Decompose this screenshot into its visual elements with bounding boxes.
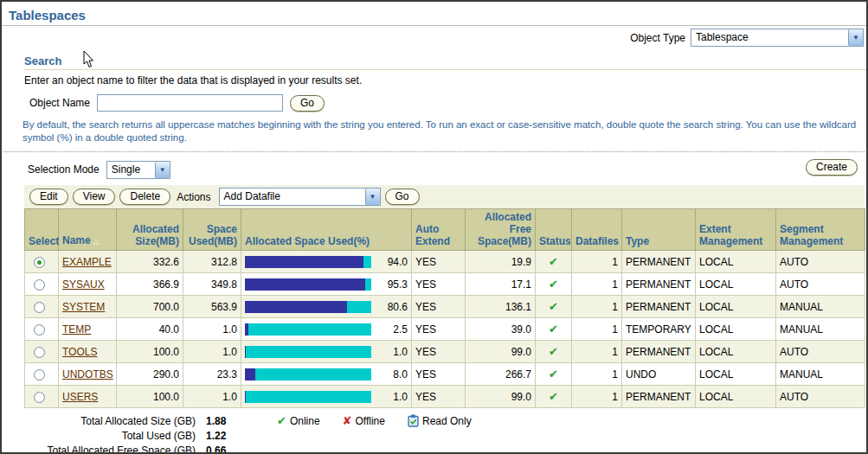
search-description: Enter an object name to filter the data … [24, 74, 866, 86]
delete-button[interactable]: Delete [119, 189, 170, 205]
space-used-bar-cell: 8.0 [241, 363, 412, 386]
row-select-radio[interactable] [34, 347, 45, 358]
search-divider [24, 69, 866, 70]
tablespace-link[interactable]: SYSTEM [62, 301, 105, 313]
object-type-select[interactable]: Tablespace ▼ [691, 29, 864, 47]
bar-free-segment [245, 301, 371, 313]
space-used-bar-cell: 1.0 [241, 341, 412, 363]
bar-free-segment [245, 368, 371, 380]
allocated-size-cell: 40.0 [117, 318, 183, 341]
dotted-divider [3, 151, 865, 152]
type-cell: PERMANENT [622, 386, 696, 408]
select-cell [25, 296, 59, 318]
auto-extend-cell: YES [412, 251, 466, 273]
actions-go-button[interactable]: Go [385, 189, 420, 205]
col-allocated-free-space: Allocated Free Space(MB) [466, 209, 536, 251]
chevron-down-icon: ▼ [365, 189, 380, 205]
row-select-radio[interactable] [34, 279, 45, 291]
select-cell [25, 318, 59, 341]
legend-online: ✔ Online [277, 414, 320, 427]
name-cell: TOOLS [59, 341, 117, 363]
percent-used-value: 94.0 [388, 256, 408, 268]
datafiles-cell: 1 [572, 318, 622, 341]
mouse-cursor-icon [83, 51, 94, 68]
segment-management-cell: AUTO [776, 341, 865, 363]
summary-footer: Total Allocated Size (GB) 1.88 Total Use… [2, 414, 866, 454]
table-row: SYSAUX 366.9 349.8 95.3 YES 17.1 ✔ 1 PER… [25, 273, 865, 296]
space-used-bar-cell: 95.3 [241, 273, 412, 296]
col-auto-extend: Auto Extend [412, 209, 466, 251]
view-button[interactable]: View [73, 189, 116, 205]
col-allocated-size: Allocated Size(MB) [117, 209, 183, 251]
row-select-radio[interactable] [34, 369, 45, 380]
name-cell: SYSAUX [59, 273, 117, 296]
row-select-radio[interactable] [34, 392, 45, 403]
allocated-size-cell: 366.9 [117, 273, 183, 296]
read-only-clipboard-icon [408, 414, 419, 427]
allocated-size-cell: 100.0 [117, 341, 183, 363]
extent-management-cell: LOCAL [696, 386, 776, 408]
row-select-radio[interactable] [34, 302, 45, 313]
table-toolbar: Edit View Delete Actions Add Datafile ▼ … [24, 185, 865, 208]
col-name[interactable]: Name△ [59, 209, 117, 251]
col-segment-management: Segment Management [776, 209, 865, 251]
actions-select[interactable]: Add Datafile ▼ [219, 188, 381, 206]
status-cell: ✔ [536, 251, 572, 273]
segment-management-cell: MANUAL [776, 296, 865, 318]
tablespace-link[interactable]: TEMP [62, 323, 91, 336]
extent-management-cell: LOCAL [696, 296, 776, 318]
auto-extend-cell: YES [412, 363, 466, 386]
status-cell: ✔ [536, 386, 572, 408]
tablespace-link[interactable]: USERS [62, 391, 98, 403]
tablespace-link[interactable]: EXAMPLE [62, 256, 112, 268]
type-cell: PERMANENT [622, 341, 696, 363]
object-type-label: Object Type [630, 32, 685, 44]
status-legend: ✔ Online ✘ Offline Read Only [277, 414, 472, 427]
extent-management-cell: LOCAL [696, 363, 776, 386]
tablespace-link[interactable]: TOOLS [62, 346, 97, 358]
select-cell [25, 341, 59, 363]
tablespace-link[interactable]: SYSAUX [62, 278, 105, 291]
table-header-row: Select Name△ Allocated Size(MB) Space Us… [25, 209, 865, 251]
tablespace-link[interactable]: UNDOTBS [62, 368, 113, 380]
object-name-input[interactable] [97, 94, 283, 112]
space-used-bar-cell: 80.6 [241, 296, 412, 318]
legend-offline: ✘ Offline [343, 414, 385, 427]
allocated-size-cell: 290.0 [117, 363, 183, 386]
type-cell: PERMANENT [622, 296, 696, 318]
bar-used-segment [245, 346, 246, 358]
bar-used-segment [245, 301, 347, 313]
row-select-radio[interactable] [34, 324, 45, 336]
auto-extend-cell: YES [412, 296, 466, 318]
percent-used-value: 80.6 [388, 301, 408, 313]
col-datafiles: Datafiles [572, 209, 622, 251]
bar-free-segment [245, 391, 371, 403]
percent-used-value: 2.5 [393, 323, 408, 336]
bar-free-segment [245, 346, 371, 358]
free-space-cell: 266.7 [466, 363, 536, 386]
edit-button[interactable]: Edit [29, 189, 68, 205]
name-cell: UNDOTBS [59, 363, 117, 386]
allocated-size-cell: 100.0 [117, 386, 183, 408]
segment-management-cell: AUTO [776, 386, 865, 408]
create-button[interactable]: Create [806, 159, 858, 176]
tablespaces-table: Select Name△ Allocated Size(MB) Space Us… [24, 208, 865, 408]
status-cell: ✔ [536, 296, 572, 318]
extent-management-cell: LOCAL [696, 251, 776, 273]
table-row: USERS 100.0 1.0 1.0 YES 99.0 ✔ 1 PERMANE… [25, 386, 865, 408]
type-cell: PERMANENT [622, 273, 696, 296]
online-check-icon: ✔ [549, 300, 558, 313]
name-cell: USERS [59, 386, 117, 408]
type-cell: PERMANENT [622, 251, 696, 273]
legend-read-only: Read Only [408, 414, 472, 427]
online-check-icon: ✔ [549, 255, 558, 268]
selection-mode-select[interactable]: Single ▼ [106, 161, 170, 179]
space-used-bar-cell: 94.0 [241, 251, 412, 273]
row-select-radio[interactable] [34, 257, 45, 268]
free-space-cell: 99.0 [466, 386, 536, 408]
col-extent-management: Extent Management [696, 209, 776, 251]
search-go-button[interactable]: Go [290, 95, 325, 112]
extent-management-cell: LOCAL [696, 273, 776, 296]
search-heading: Search [24, 54, 866, 67]
space-used-cell: 1.0 [183, 341, 241, 363]
